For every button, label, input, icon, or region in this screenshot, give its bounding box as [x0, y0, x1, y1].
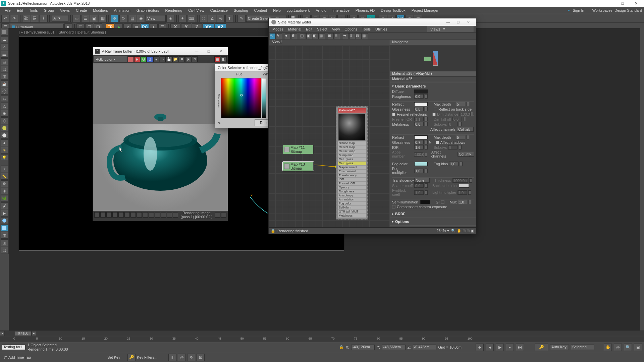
- chk-fresnel[interactable]: [392, 113, 395, 116]
- coord-x[interactable]: -40,126cm: [351, 345, 375, 350]
- menu-help[interactable]: Help: [270, 8, 283, 13]
- sw-selfillum[interactable]: [420, 200, 430, 204]
- menu-edit[interactable]: Edit: [14, 8, 26, 13]
- create-stairs[interactable]: ▤: [1, 58, 8, 65]
- val-scatter[interactable]: 0,0: [414, 183, 424, 188]
- sme-menu-options[interactable]: Options: [343, 27, 359, 31]
- nav-b[interactable]: ◎: [178, 354, 186, 361]
- menu-modifiers[interactable]: Modifiers: [90, 8, 111, 13]
- tool-measure[interactable]: 📏: [1, 173, 8, 180]
- vfb-refresh[interactable]: ↻: [192, 56, 198, 62]
- rotate-button[interactable]: ⟳: [119, 15, 127, 22]
- vfb-r-icon[interactable]: [128, 56, 134, 62]
- tool-gear[interactable]: ⚙: [1, 180, 8, 187]
- sme-tb-b[interactable]: ▣: [306, 33, 312, 39]
- nav-a[interactable]: ◫: [168, 354, 176, 361]
- tool-web[interactable]: ❋: [1, 188, 8, 194]
- timetag-icon[interactable]: 🏷: [3, 355, 7, 359]
- vfb-s4[interactable]: [112, 212, 118, 218]
- sp-roughness[interactable]: [425, 94, 428, 99]
- sw-diffuse[interactable]: [414, 89, 428, 94]
- vfb-copy[interactable]: ⎘: [185, 56, 191, 62]
- selection-filter[interactable]: All ▾: [52, 15, 68, 22]
- tool-last1[interactable]: ◫: [1, 232, 8, 239]
- matnode-slot-15[interactable]: Fog color: [338, 201, 366, 205]
- create-tube[interactable]: ⬭: [1, 95, 8, 102]
- vfb-s7[interactable]: [130, 212, 136, 218]
- sme-titlebar[interactable]: Slate Material Editor — □ ✕: [269, 18, 476, 26]
- sme-navigator[interactable]: [390, 45, 476, 71]
- vfb-blue[interactable]: B: [147, 56, 153, 62]
- create-sphere-y[interactable]: [1, 125, 8, 131]
- chk-gi[interactable]: [441, 200, 444, 204]
- sme-menu-modes[interactable]: Modes: [271, 27, 285, 31]
- snap-toggle[interactable]: ⸬: [199, 15, 207, 22]
- sec-options[interactable]: Options: [392, 219, 474, 225]
- val-subdivs[interactable]: 8: [448, 122, 458, 126]
- sme-tb-i[interactable]: ⊡: [356, 33, 362, 39]
- viewport-label[interactable]: [ + ] [PhysCamera001 ] [Standard ] [Defa…: [19, 30, 106, 34]
- vfb-clear[interactable]: ✕: [179, 56, 185, 62]
- create-roof[interactable]: ⌂: [1, 44, 8, 50]
- scale-button[interactable]: ▤: [128, 15, 136, 22]
- eyedropper-icon[interactable]: ✎: [218, 121, 221, 125]
- val-fogbias[interactable]: 1,0: [449, 162, 459, 166]
- tool-selected[interactable]: [1, 225, 8, 231]
- vfb-s6[interactable]: [124, 212, 130, 218]
- matnode-slot-2[interactable]: Refract map: [338, 149, 366, 153]
- sp-subdivs2[interactable]: [459, 145, 462, 149]
- autokey-button[interactable]: Auto Key: [550, 345, 569, 350]
- window-minimize-button[interactable]: —: [602, 0, 616, 7]
- create-geosphere[interactable]: ◉: [1, 110, 8, 117]
- tool-play[interactable]: ▶: [1, 210, 8, 217]
- sp-fogbias[interactable]: [460, 162, 463, 166]
- sme-close[interactable]: ✕: [463, 20, 473, 24]
- keymode-icon[interactable]: 🔑: [127, 354, 136, 361]
- sme-tb-pick[interactable]: ✎: [276, 33, 282, 39]
- menu-graph-editors[interactable]: Graph Editors: [134, 8, 162, 13]
- nav-zoom[interactable]: 🔍: [624, 344, 632, 351]
- sme-tb-h[interactable]: ⬍: [349, 33, 355, 39]
- menu-designtoolbox[interactable]: DesignToolBox: [378, 8, 408, 13]
- sw-reflect[interactable]: [414, 102, 428, 106]
- val-abbe[interactable]: 100,0: [414, 152, 423, 157]
- vfb-mono[interactable]: ●: [153, 56, 159, 62]
- menu-laubwerk[interactable]: cgg.Laubwerk: [284, 8, 313, 13]
- menu-phoenixfd[interactable]: Phoenix FD: [353, 8, 377, 13]
- setkey-button[interactable]: Set Key: [107, 355, 126, 359]
- matnode-slot-4[interactable]: Refl. gloss.: [338, 157, 366, 161]
- sme-menu-edit[interactable]: Edit: [304, 27, 314, 31]
- create-window[interactable]: ◫: [1, 73, 8, 80]
- select-button[interactable]: ▭: [72, 15, 80, 22]
- play-start[interactable]: ⏮: [476, 344, 484, 351]
- ref-coord[interactable]: View: [146, 15, 166, 22]
- node-bitmap-2[interactable]: Map #13Bitmap: [283, 162, 314, 171]
- matnode-slot-14[interactable]: An. rotation: [338, 197, 366, 201]
- vfb-s10[interactable]: [149, 212, 154, 218]
- vfb-titlebar[interactable]: V V-Ray frame buffer - [100% of 520 x 52…: [93, 47, 228, 55]
- vfb-s9[interactable]: [143, 212, 148, 218]
- sp-ior[interactable]: [425, 145, 428, 149]
- keyfilters-button[interactable]: Key Filters...: [137, 355, 160, 359]
- menu-tools[interactable]: Tools: [26, 8, 41, 13]
- val-dimdist[interactable]: 100,00c: [460, 112, 469, 116]
- matnode-slot-8[interactable]: Translucency: [338, 173, 366, 177]
- pivot-button[interactable]: ◈: [166, 15, 174, 22]
- play-prev[interactable]: ◂: [486, 344, 494, 351]
- dd-trans[interactable]: None: [414, 178, 430, 183]
- vfb-folder[interactable]: 📁: [172, 56, 178, 62]
- vfb-s2[interactable]: [100, 212, 106, 218]
- vfb-s11[interactable]: [155, 212, 160, 218]
- bind-button[interactable]: ⌇: [40, 15, 48, 22]
- dd-affch[interactable]: Col .nly: [457, 127, 474, 132]
- create-box[interactable]: [1, 29, 8, 36]
- named-sel-edit[interactable]: ✎: [237, 15, 246, 22]
- sp-fwdbck[interactable]: [425, 190, 428, 195]
- window-crossing[interactable]: ▦: [99, 15, 107, 22]
- node-bitmap-1[interactable]: Map #11Bitmap: [283, 145, 314, 154]
- sp-metal[interactable]: [425, 122, 428, 126]
- vfb-s8[interactable]: [137, 212, 142, 218]
- select-name-button[interactable]: ☰: [81, 15, 89, 22]
- sme-tb-g[interactable]: ⬌: [343, 33, 349, 39]
- move-button[interactable]: ✥: [111, 15, 119, 22]
